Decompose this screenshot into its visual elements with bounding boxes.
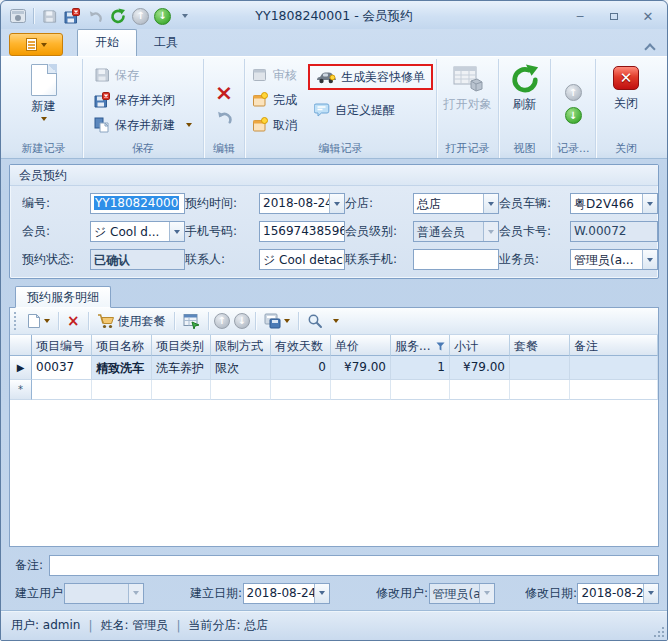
status-bar: 用户: admin | 姓名: 管理员 | 当前分店: 总店 — [1, 610, 667, 640]
appointment-no-input[interactable]: YY180824000 — [90, 193, 185, 214]
dropdown-button[interactable] — [643, 584, 658, 603]
grid-data-row[interactable]: ▶ 00037 精致洗车 洗车养护 限次 0 ¥79.00 1 ¥79.00 — [10, 356, 658, 380]
filter-icon[interactable] — [436, 342, 445, 351]
next-record-icon[interactable]: ↓ — [565, 107, 582, 124]
delete-detail-button[interactable]: × — [64, 310, 83, 332]
cell-remark[interactable] — [570, 356, 658, 380]
dropdown-button — [483, 222, 498, 241]
column-header[interactable]: 备注 — [570, 335, 658, 356]
toolbar-grip[interactable] — [14, 312, 18, 330]
phone-input[interactable]: 15697438596 — [259, 221, 345, 242]
create-date-combo[interactable]: 2018-08-24 — [243, 583, 331, 604]
new-button[interactable]: 新建 — [23, 61, 65, 122]
ribbon-group-view: 刷新 视图 — [499, 59, 551, 158]
create-user-combo — [64, 583, 144, 604]
dropdown-button[interactable] — [483, 194, 498, 213]
column-header[interactable]: 单价 — [331, 335, 391, 356]
ribbon-group-records: ↑ ↓ 记录... — [551, 59, 596, 158]
chevron-down-icon — [333, 319, 339, 323]
branch-combo[interactable]: 总店 — [413, 193, 499, 214]
row-down-icon[interactable]: ↓ — [234, 313, 250, 329]
search-button[interactable] — [304, 310, 326, 332]
previous-record-icon[interactable]: ↑ — [565, 84, 582, 101]
cell-service-count[interactable]: 1 — [391, 356, 450, 380]
create-date-label: 建立日期: — [190, 585, 243, 602]
audit-button[interactable]: 审核 — [248, 64, 304, 86]
cell-limit-method[interactable]: 限次 — [211, 356, 271, 380]
appointment-date-combo[interactable]: 2018-08-24 — [259, 193, 345, 214]
refresh-icon[interactable] — [109, 7, 127, 25]
close-window-button[interactable]: ✕ 关闭 — [605, 61, 647, 113]
modify-date-label: 修改日期: — [525, 585, 578, 602]
divider — [174, 312, 175, 330]
dropdown-button[interactable] — [329, 194, 344, 213]
undo-icon[interactable] — [86, 7, 104, 25]
application-menu-button[interactable] — [9, 33, 63, 56]
column-header[interactable]: 项目编号 — [32, 335, 92, 356]
minimize-button[interactable]: ─ — [567, 9, 593, 24]
column-header[interactable]: 项目类别 — [152, 335, 211, 356]
complete-button[interactable]: 完成 — [248, 89, 304, 111]
column-header[interactable]: 项目名称 — [92, 335, 152, 356]
save-button[interactable]: 保存 — [90, 64, 196, 86]
generate-beauty-repair-order-button[interactable]: 生成美容快修单 — [308, 64, 433, 90]
salesman-combo[interactable]: 管理员(a... — [570, 249, 658, 270]
save-close-icon[interactable] — [63, 7, 81, 25]
search-icon — [307, 313, 323, 329]
column-header[interactable]: 小计 — [450, 335, 510, 356]
member-vehicle-combo[interactable]: 粤D2V466 — [570, 193, 658, 214]
cell-item-no[interactable]: 00037 — [32, 356, 92, 380]
open-object-button[interactable]: 打开对象 — [436, 61, 500, 114]
custom-reminder-button[interactable]: 自定义提醒 — [310, 99, 433, 121]
cell-item-category[interactable]: 洗车养护 — [152, 356, 211, 380]
close-button[interactable]: ✕ — [635, 9, 661, 24]
cancel-icon — [252, 117, 268, 133]
cell-item-name[interactable]: 精致洗车 — [92, 356, 152, 380]
toolbar-overflow-button[interactable] — [330, 310, 342, 332]
tab-start[interactable]: 开始 — [77, 29, 137, 56]
tab-service-detail[interactable]: 预约服务明细 — [15, 286, 111, 308]
column-header[interactable]: 服务... — [391, 335, 450, 356]
dropdown-button[interactable] — [642, 194, 657, 213]
undo-arrow-icon[interactable] — [216, 110, 233, 125]
move-up-icon[interactable]: ↑ — [132, 8, 149, 25]
member-combo[interactable]: ジ Cool d... — [90, 221, 185, 242]
cell-valid-days[interactable]: 0 — [271, 356, 331, 380]
dropdown-button[interactable] — [642, 250, 657, 269]
app-icon[interactable] — [9, 7, 27, 25]
batch-select-button[interactable] — [180, 310, 203, 332]
cancel-button[interactable]: 取消 — [248, 114, 304, 136]
move-down-icon[interactable]: ↓ — [154, 8, 171, 25]
row-up-icon[interactable]: ↑ — [214, 313, 230, 329]
column-header[interactable]: 套餐 — [510, 335, 570, 356]
column-header[interactable]: 有效天数 — [271, 335, 331, 356]
save-close-button[interactable]: 保存并关闭 — [90, 89, 196, 111]
dropdown-button[interactable] — [169, 222, 184, 241]
save-new-button[interactable]: 保存并新建 — [90, 114, 196, 136]
contact-phone-input[interactable] — [413, 249, 499, 270]
cell-unit-price[interactable]: ¥79.00 — [331, 356, 391, 380]
cell-package[interactable] — [510, 356, 570, 380]
save-icon[interactable] — [40, 7, 58, 25]
modify-date-combo[interactable]: 2018-08-24 — [577, 583, 659, 604]
grid-new-row[interactable]: * — [10, 380, 658, 400]
contact-input[interactable]: ジ Cool detachr — [259, 249, 345, 270]
resize-grip[interactable] — [654, 627, 664, 637]
cell-subtotal[interactable]: ¥79.00 — [450, 356, 510, 380]
delete-x-icon[interactable]: × — [215, 83, 233, 103]
dropdown-button[interactable] — [314, 584, 329, 603]
add-detail-button[interactable] — [24, 310, 53, 332]
quick-access-toolbar: ↑ ↓ — [9, 7, 194, 25]
remark-input[interactable] — [49, 555, 659, 576]
qat-customize-icon[interactable] — [176, 7, 194, 25]
use-package-button[interactable]: 使用套餐 — [94, 310, 169, 332]
column-header[interactable]: 限制方式 — [211, 335, 271, 356]
create-user-label: 建立用户: — [15, 585, 64, 602]
tab-tools[interactable]: 工具 — [137, 30, 195, 56]
refresh-button[interactable]: 刷新 — [502, 61, 548, 114]
group-label: 编辑记录 — [248, 141, 433, 158]
export-button[interactable] — [261, 310, 293, 332]
grid-header-row: 项目编号 项目名称 项目类别 限制方式 有效天数 单价 服务... 小计 套餐 … — [10, 335, 658, 356]
collapse-ribbon-icon[interactable] — [645, 44, 655, 50]
maximize-button[interactable] — [601, 9, 627, 24]
